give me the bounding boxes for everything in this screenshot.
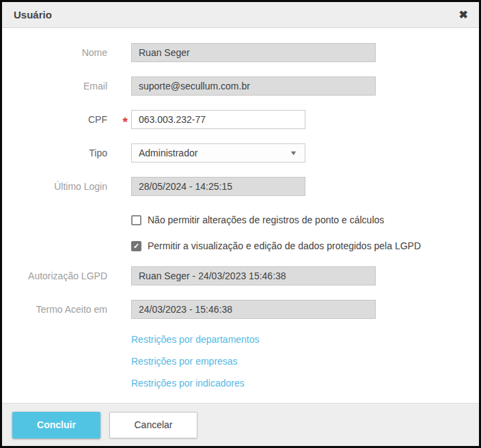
cpf-field[interactable] <box>131 110 305 129</box>
chevron-down-icon: ▼ <box>290 150 298 156</box>
checkbox-label: Permitir a visualização e edição de dado… <box>148 240 421 251</box>
cpf-label: CPF <box>2 110 107 129</box>
permitir-lgpd-checkbox[interactable]: ✓ <box>131 241 141 251</box>
row-termo-aceito: Termo Aceito em <box>2 300 479 319</box>
row-tipo: Tipo Administrador ▼ <box>2 143 479 163</box>
dialog-body: Nome Email CPF * Tipo Administrador ▼ Úl… <box>2 28 479 403</box>
email-field <box>131 76 376 96</box>
restricoes-empresas-link[interactable]: Restrições por empresas <box>131 356 238 367</box>
checkbox-row-lgpd: ✓ Permitir a visualização e edição de da… <box>131 240 479 251</box>
row-autorizacao-lgpd: Autorização LGPD <box>2 266 479 285</box>
link-row: Restrições por departamentos <box>131 333 479 346</box>
row-nome: Nome <box>2 43 479 62</box>
checkbox-label: Não permitir alterações de registros de … <box>148 214 384 225</box>
required-asterisk: * <box>107 119 131 126</box>
cancelar-button[interactable]: Cancelar <box>109 412 197 438</box>
ultimo-login-field <box>131 177 305 196</box>
nome-field <box>131 43 376 62</box>
tipo-selected-value: Administrador <box>139 148 197 158</box>
autorizacao-lgpd-label: Autorização LGPD <box>2 266 107 285</box>
restricoes-departamentos-link[interactable]: Restrições por departamentos <box>131 334 260 345</box>
nome-label: Nome <box>2 43 107 62</box>
row-cpf: CPF * <box>2 110 479 129</box>
dialog-footer: Concluir Cancelar <box>2 403 479 446</box>
row-ultimo-login: Último Login <box>2 177 479 196</box>
close-icon[interactable]: ✖ <box>459 10 468 20</box>
nao-permitir-alteracoes-checkbox[interactable] <box>131 215 141 225</box>
tipo-label: Tipo <box>2 143 107 163</box>
checkbox-row-registros: Não permitir alterações de registros de … <box>131 214 479 225</box>
tipo-select[interactable]: Administrador ▼ <box>131 143 305 163</box>
concluir-button[interactable]: Concluir <box>12 412 100 438</box>
dialog-header: Usuário ✖ <box>2 2 479 28</box>
ultimo-login-label: Último Login <box>2 177 107 196</box>
dialog-title: Usuário <box>14 9 52 20</box>
restricoes-indicadores-link[interactable]: Restrições por indicadores <box>131 378 245 389</box>
link-row: Restrições por empresas <box>131 355 479 367</box>
autorizacao-lgpd-field <box>131 266 376 285</box>
row-email: Email <box>2 76 479 96</box>
termo-aceito-field <box>131 300 376 319</box>
link-row: Restrições por indicadores <box>131 377 479 389</box>
termo-aceito-label: Termo Aceito em <box>2 300 107 319</box>
email-label: Email <box>2 76 107 96</box>
check-icon: ✓ <box>133 242 139 250</box>
user-dialog: Usuário ✖ Nome Email CPF * Tipo Administ… <box>0 0 481 448</box>
